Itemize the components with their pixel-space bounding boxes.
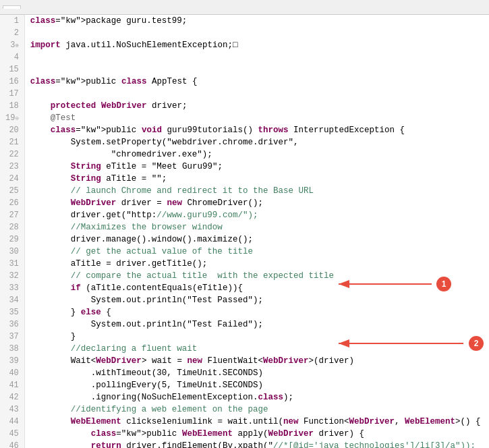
code-line: .withTimeout(30, TimeUnit.SECONDS) xyxy=(30,367,484,379)
code-line: class="kw">public void guru99tutorials()… xyxy=(30,124,484,136)
code-line: //Maximizes the browser window xyxy=(30,221,484,233)
line-number: 37 xyxy=(5,331,19,343)
code-line: WebElement clickseleniumlink = wait.unti… xyxy=(30,416,484,428)
code-line: // launch Chrome and redirect it to the … xyxy=(30,185,484,197)
line-number: 2 xyxy=(5,27,19,39)
file-tab[interactable] xyxy=(3,5,21,9)
tab-bar xyxy=(0,0,489,15)
line-number: 16 xyxy=(5,76,19,88)
line-number: 21 xyxy=(5,136,19,148)
code-line: return driver.findElement(By.xpath("//*[… xyxy=(30,440,484,448)
line-number: 46 xyxy=(5,440,19,448)
code-line: WebDriver driver = new ChromeDriver(); xyxy=(30,197,484,209)
line-number: 26 xyxy=(5,197,19,209)
line-number: 31 xyxy=(5,258,19,270)
code-line: //declaring a fluent wait xyxy=(30,343,484,355)
code-line: driver.get("http://www.guru99.com/"); xyxy=(30,209,484,221)
editor: 123⊕41516171819⊖202122232425262728293031… xyxy=(0,15,489,448)
code-line: class="kw">public WebElement apply(WebDr… xyxy=(30,428,484,440)
line-number: 23 xyxy=(5,161,19,173)
line-number: 27 xyxy=(5,209,19,221)
code-line: class="kw">public class AppTest { xyxy=(30,76,484,88)
code-line: } else { xyxy=(30,306,484,318)
line-number: 3⊕ xyxy=(5,39,19,51)
line-number: 39 xyxy=(5,355,19,367)
line-number: 25 xyxy=(5,185,19,197)
code-line: } xyxy=(30,331,484,343)
code-line: .ignoring(NoSuchElementException.class); xyxy=(30,391,484,403)
line-number: 15 xyxy=(5,63,19,76)
line-number: 38 xyxy=(5,343,19,355)
code-line: @Test xyxy=(30,112,484,124)
code-line: System.out.println("Test Failed"); xyxy=(30,318,484,331)
line-number: 32 xyxy=(5,270,19,282)
line-number: 24 xyxy=(5,173,19,185)
line-number: 28 xyxy=(5,221,19,233)
code-line: Wait<WebDriver> wait = new FluentWait<We… xyxy=(30,355,484,367)
code-line xyxy=(30,63,484,76)
code-line: String eTitle = "Meet Guru99"; xyxy=(30,161,484,173)
line-number: 19⊖ xyxy=(5,112,19,124)
code-line: System.setProperty("webdriver.chrome.dri… xyxy=(30,136,484,148)
line-number: 44 xyxy=(5,416,19,428)
code-line: import java.util.NoSuchElementException;… xyxy=(30,39,484,51)
line-numbers: 123⊕41516171819⊖202122232425262728293031… xyxy=(0,15,25,448)
line-number: 1 xyxy=(5,15,19,27)
code-line: aTitle = driver.getTitle(); xyxy=(30,258,484,270)
code-line xyxy=(30,27,484,39)
code-line: if (aTitle.contentEquals(eTitle)){ xyxy=(30,282,484,294)
code-line: protected WebDriver driver; xyxy=(30,100,484,112)
line-number: 42 xyxy=(5,391,19,403)
line-number: 20 xyxy=(5,124,19,136)
line-number: 36 xyxy=(5,318,19,331)
line-number: 33 xyxy=(5,282,19,294)
line-number: 17 xyxy=(5,88,19,100)
code-line: // compare the actual title with the exp… xyxy=(30,270,484,282)
line-number: 45 xyxy=(5,428,19,440)
line-number: 30 xyxy=(5,246,19,258)
line-number: 40 xyxy=(5,367,19,379)
code-line: .pollingEvery(5, TimeUnit.SECONDS) xyxy=(30,379,484,391)
code-line: driver.manage().window().maximize(); xyxy=(30,233,484,246)
line-number: 43 xyxy=(5,403,19,416)
code-line: String aTitle = ""; xyxy=(30,173,484,185)
line-number: 22 xyxy=(5,148,19,161)
code-line: // get the actual value of the title xyxy=(30,246,484,258)
line-number: 41 xyxy=(5,379,19,391)
code-area[interactable]: class="kw">package guru.test99;import ja… xyxy=(25,15,489,448)
code-line xyxy=(30,51,484,63)
code-line: System.out.println("Test Passed"); xyxy=(30,294,484,306)
code-line: class="kw">package guru.test99; xyxy=(30,15,484,27)
line-number: 34 xyxy=(5,294,19,306)
line-number: 29 xyxy=(5,233,19,246)
code-line xyxy=(30,88,484,100)
line-number: 4 xyxy=(5,51,19,63)
code-line: "chromedriver.exe"); xyxy=(30,148,484,161)
line-number: 18 xyxy=(5,100,19,112)
line-number: 35 xyxy=(5,306,19,318)
code-line: //identifying a web element on the page xyxy=(30,403,484,416)
